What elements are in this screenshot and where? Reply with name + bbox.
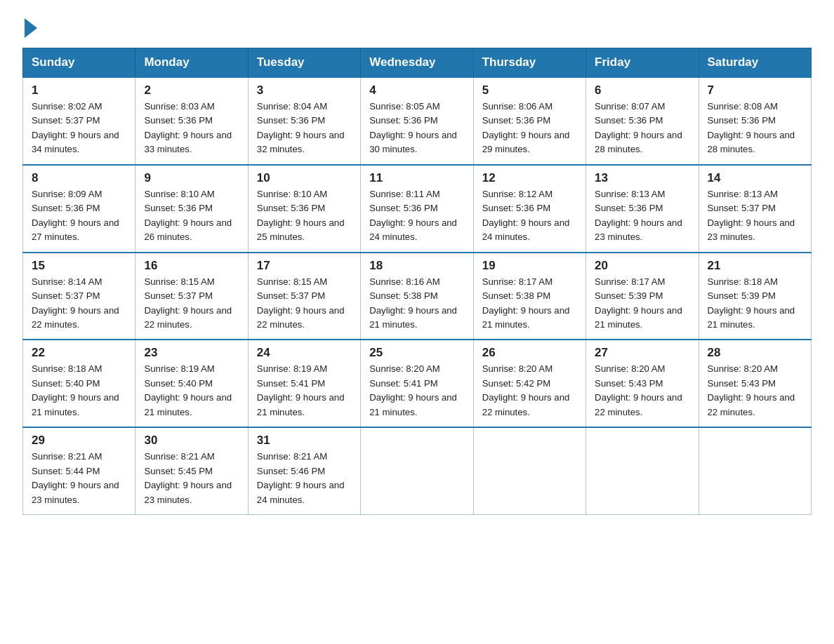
- calendar-table: SundayMondayTuesdayWednesdayThursdayFrid…: [22, 48, 812, 515]
- calendar-cell: 1 Sunrise: 8:02 AMSunset: 5:37 PMDayligh…: [23, 77, 135, 165]
- calendar-cell: 24 Sunrise: 8:19 AMSunset: 5:41 PMDaylig…: [248, 340, 360, 427]
- day-number: 23: [144, 346, 240, 360]
- day-info: Sunrise: 8:09 AMSunset: 5:36 PMDaylight:…: [32, 187, 128, 245]
- day-info: Sunrise: 8:11 AMSunset: 5:36 PMDaylight:…: [369, 187, 465, 245]
- calendar-cell: 25 Sunrise: 8:20 AMSunset: 5:41 PMDaylig…: [361, 340, 473, 427]
- calendar-cell: [699, 427, 811, 514]
- weekday-header-sunday: Sunday: [23, 48, 135, 78]
- day-number: 31: [257, 434, 353, 448]
- day-number: 20: [595, 259, 691, 273]
- calendar-cell: 27 Sunrise: 8:20 AMSunset: 5:43 PMDaylig…: [586, 340, 699, 427]
- day-info: Sunrise: 8:08 AMSunset: 5:36 PMDaylight:…: [708, 100, 804, 157]
- day-info: Sunrise: 8:06 AMSunset: 5:36 PMDaylight:…: [482, 100, 578, 157]
- day-number: 6: [595, 83, 691, 98]
- day-info: Sunrise: 8:18 AMSunset: 5:39 PMDaylight:…: [708, 275, 804, 333]
- day-info: Sunrise: 8:21 AMSunset: 5:46 PMDaylight:…: [257, 450, 353, 507]
- day-number: 7: [708, 83, 804, 98]
- day-info: Sunrise: 8:17 AMSunset: 5:39 PMDaylight:…: [595, 275, 691, 333]
- day-info: Sunrise: 8:21 AMSunset: 5:44 PMDaylight:…: [32, 450, 128, 507]
- day-info: Sunrise: 8:19 AMSunset: 5:41 PMDaylight:…: [257, 362, 353, 420]
- day-number: 18: [369, 259, 465, 273]
- day-info: Sunrise: 8:10 AMSunset: 5:36 PMDaylight:…: [257, 187, 353, 245]
- weekday-header-friday: Friday: [586, 48, 699, 78]
- day-number: 9: [144, 171, 240, 185]
- day-number: 17: [257, 259, 353, 273]
- calendar-cell: 3 Sunrise: 8:04 AMSunset: 5:36 PMDayligh…: [248, 77, 360, 165]
- day-number: 12: [482, 171, 578, 185]
- calendar-cell: 10 Sunrise: 8:10 AMSunset: 5:36 PMDaylig…: [248, 165, 360, 253]
- calendar-cell: 19 Sunrise: 8:17 AMSunset: 5:38 PMDaylig…: [473, 253, 585, 340]
- day-info: Sunrise: 8:13 AMSunset: 5:37 PMDaylight:…: [708, 187, 804, 245]
- calendar-cell: [473, 427, 585, 514]
- calendar-cell: 17 Sunrise: 8:15 AMSunset: 5:37 PMDaylig…: [248, 253, 360, 340]
- day-info: Sunrise: 8:14 AMSunset: 5:37 PMDaylight:…: [32, 275, 128, 333]
- day-info: Sunrise: 8:21 AMSunset: 5:45 PMDaylight:…: [144, 450, 240, 507]
- calendar-cell: 8 Sunrise: 8:09 AMSunset: 5:36 PMDayligh…: [23, 165, 135, 253]
- calendar-cell: 2 Sunrise: 8:03 AMSunset: 5:36 PMDayligh…: [135, 77, 248, 165]
- calendar-cell: 29 Sunrise: 8:21 AMSunset: 5:44 PMDaylig…: [23, 427, 135, 514]
- calendar-cell: 6 Sunrise: 8:07 AMSunset: 5:36 PMDayligh…: [586, 77, 699, 165]
- calendar-cell: 14 Sunrise: 8:13 AMSunset: 5:37 PMDaylig…: [699, 165, 811, 253]
- day-number: 25: [369, 346, 465, 360]
- day-number: 26: [482, 346, 578, 360]
- day-info: Sunrise: 8:13 AMSunset: 5:36 PMDaylight:…: [595, 187, 691, 245]
- day-info: Sunrise: 8:20 AMSunset: 5:41 PMDaylight:…: [369, 362, 465, 420]
- day-number: 22: [32, 346, 128, 360]
- calendar-cell: 20 Sunrise: 8:17 AMSunset: 5:39 PMDaylig…: [586, 253, 699, 340]
- calendar-cell: 13 Sunrise: 8:13 AMSunset: 5:36 PMDaylig…: [586, 165, 699, 253]
- calendar-cell: 26 Sunrise: 8:20 AMSunset: 5:42 PMDaylig…: [473, 340, 585, 427]
- day-info: Sunrise: 8:12 AMSunset: 5:36 PMDaylight:…: [482, 187, 578, 245]
- weekday-header-thursday: Thursday: [473, 48, 585, 78]
- weekday-header-saturday: Saturday: [699, 48, 811, 78]
- logo: [22, 17, 37, 35]
- calendar-cell: 21 Sunrise: 8:18 AMSunset: 5:39 PMDaylig…: [699, 253, 811, 340]
- day-info: Sunrise: 8:04 AMSunset: 5:36 PMDaylight:…: [257, 100, 353, 157]
- calendar-week-row: 8 Sunrise: 8:09 AMSunset: 5:36 PMDayligh…: [23, 165, 812, 253]
- day-info: Sunrise: 8:19 AMSunset: 5:40 PMDaylight:…: [144, 362, 240, 420]
- day-info: Sunrise: 8:15 AMSunset: 5:37 PMDaylight:…: [144, 275, 240, 333]
- day-number: 16: [144, 259, 240, 273]
- day-number: 29: [32, 434, 128, 448]
- day-number: 3: [257, 83, 353, 98]
- page-header: [22, 17, 812, 35]
- calendar-cell: 31 Sunrise: 8:21 AMSunset: 5:46 PMDaylig…: [248, 427, 360, 514]
- day-number: 10: [257, 171, 353, 185]
- day-info: Sunrise: 8:16 AMSunset: 5:38 PMDaylight:…: [369, 275, 465, 333]
- day-info: Sunrise: 8:03 AMSunset: 5:36 PMDaylight:…: [144, 100, 240, 157]
- calendar-cell: 9 Sunrise: 8:10 AMSunset: 5:36 PMDayligh…: [135, 165, 248, 253]
- calendar-cell: 4 Sunrise: 8:05 AMSunset: 5:36 PMDayligh…: [361, 77, 473, 165]
- day-info: Sunrise: 8:17 AMSunset: 5:38 PMDaylight:…: [482, 275, 578, 333]
- weekday-header-monday: Monday: [135, 48, 248, 78]
- day-info: Sunrise: 8:02 AMSunset: 5:37 PMDaylight:…: [32, 100, 128, 157]
- calendar-cell: 16 Sunrise: 8:15 AMSunset: 5:37 PMDaylig…: [135, 253, 248, 340]
- calendar-cell: 11 Sunrise: 8:11 AMSunset: 5:36 PMDaylig…: [361, 165, 473, 253]
- day-number: 1: [32, 83, 128, 98]
- day-number: 15: [32, 259, 128, 273]
- calendar-cell: 18 Sunrise: 8:16 AMSunset: 5:38 PMDaylig…: [361, 253, 473, 340]
- calendar-week-row: 29 Sunrise: 8:21 AMSunset: 5:44 PMDaylig…: [23, 427, 812, 514]
- calendar-cell: 30 Sunrise: 8:21 AMSunset: 5:45 PMDaylig…: [135, 427, 248, 514]
- day-number: 5: [482, 83, 578, 98]
- calendar-cell: 15 Sunrise: 8:14 AMSunset: 5:37 PMDaylig…: [23, 253, 135, 340]
- day-number: 27: [595, 346, 691, 360]
- day-info: Sunrise: 8:10 AMSunset: 5:36 PMDaylight:…: [144, 187, 240, 245]
- calendar-week-row: 15 Sunrise: 8:14 AMSunset: 5:37 PMDaylig…: [23, 253, 812, 340]
- day-number: 13: [595, 171, 691, 185]
- calendar-cell: [361, 427, 473, 514]
- day-info: Sunrise: 8:20 AMSunset: 5:42 PMDaylight:…: [482, 362, 578, 420]
- day-number: 4: [369, 83, 465, 98]
- calendar-week-row: 22 Sunrise: 8:18 AMSunset: 5:40 PMDaylig…: [23, 340, 812, 427]
- calendar-cell: 5 Sunrise: 8:06 AMSunset: 5:36 PMDayligh…: [473, 77, 585, 165]
- logo-triangle-icon: [25, 18, 37, 38]
- day-info: Sunrise: 8:07 AMSunset: 5:36 PMDaylight:…: [595, 100, 691, 157]
- day-number: 28: [708, 346, 804, 360]
- weekday-header-row: SundayMondayTuesdayWednesdayThursdayFrid…: [23, 48, 812, 78]
- day-number: 2: [144, 83, 240, 98]
- day-number: 21: [708, 259, 804, 273]
- day-number: 30: [144, 434, 240, 448]
- weekday-header-wednesday: Wednesday: [361, 48, 473, 78]
- day-number: 14: [708, 171, 804, 185]
- day-info: Sunrise: 8:18 AMSunset: 5:40 PMDaylight:…: [32, 362, 128, 420]
- calendar-cell: 28 Sunrise: 8:20 AMSunset: 5:43 PMDaylig…: [699, 340, 811, 427]
- calendar-cell: 7 Sunrise: 8:08 AMSunset: 5:36 PMDayligh…: [699, 77, 811, 165]
